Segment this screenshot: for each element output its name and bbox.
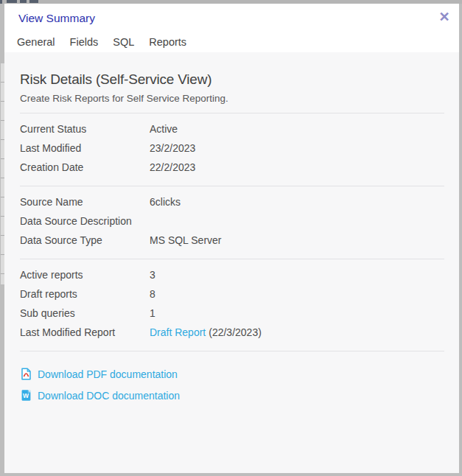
doc-file-icon: W <box>20 389 32 402</box>
download-pdf-label: Download PDF documentation <box>38 368 178 380</box>
download-doc-label: Download DOC documentation <box>38 390 180 402</box>
view-summary-dialog: View Summary ✕ General Fields SQL Report… <box>4 4 459 473</box>
row-current-status: Current Status Active <box>20 119 444 139</box>
field-value: 8 <box>150 288 155 300</box>
section-status: Current Status Active Last Modified 23/2… <box>20 119 444 177</box>
divider <box>20 259 444 259</box>
field-value: 3 <box>150 269 155 281</box>
close-icon[interactable]: ✕ <box>435 8 453 26</box>
pdf-file-icon <box>20 368 32 380</box>
download-pdf-row: Download PDF documentation <box>20 363 444 385</box>
field-label: Sub queries <box>20 307 150 319</box>
dialog-title: View Summary <box>18 12 95 24</box>
field-label: Current Status <box>20 123 150 135</box>
row-active-reports: Active reports 3 <box>20 265 444 284</box>
row-data-source-description: Data Source Description <box>20 211 444 231</box>
svg-text:W: W <box>23 392 29 399</box>
field-value: MS SQL Server <box>150 234 222 246</box>
view-heading: Risk Details (Self-Service View) <box>20 71 444 88</box>
download-doc-link[interactable]: W Download DOC documentation <box>20 389 180 402</box>
download-pdf-link[interactable]: Download PDF documentation <box>20 368 178 380</box>
view-subheading: Create Risk Reports for Self Service Rep… <box>20 93 444 104</box>
row-data-source-type: Data Source Type MS SQL Server <box>20 231 444 250</box>
field-label: Data Source Description <box>20 215 150 227</box>
row-source-name: Source Name 6clicks <box>20 192 444 211</box>
field-label: Source Name <box>20 196 150 208</box>
field-value: Active <box>150 123 178 135</box>
section-source: Source Name 6clicks Data Source Descript… <box>20 192 444 250</box>
divider <box>20 186 444 186</box>
divider <box>20 351 444 351</box>
field-value: 1 <box>150 307 155 319</box>
row-sub-queries: Sub queries 1 <box>20 304 444 323</box>
row-creation-date: Creation Date 22/2/2023 <box>20 158 444 177</box>
field-value: 23/2/2023 <box>150 142 195 154</box>
section-reports: Active reports 3 Draft reports 8 Sub que… <box>20 265 444 342</box>
downloads-section: Download PDF documentation W <box>20 363 444 406</box>
download-doc-row: W Download DOC documentation <box>20 385 444 406</box>
field-label: Last Modified <box>20 142 150 154</box>
field-value: Draft Report(22/3/2023) <box>150 326 262 338</box>
row-draft-reports: Draft reports 8 <box>20 284 444 304</box>
field-value: 6clicks <box>150 196 181 208</box>
field-value: 22/2/2023 <box>150 161 195 173</box>
field-label: Creation Date <box>20 161 150 173</box>
field-label: Draft reports <box>20 288 150 300</box>
dialog-header: View Summary ✕ <box>4 4 459 25</box>
draft-report-link[interactable]: Draft Report <box>150 326 206 338</box>
row-last-modified-report: Last Modified Report Draft Report(22/3/2… <box>20 323 444 342</box>
divider <box>20 113 444 113</box>
dialog-body: Risk Details (Self-Service View) Create … <box>4 52 459 473</box>
screenshot-frame: View Summary ✕ General Fields SQL Report… <box>0 0 462 476</box>
row-last-modified: Last Modified 23/2/2023 <box>20 139 444 158</box>
field-label: Data Source Type <box>20 234 150 246</box>
field-label: Active reports <box>20 269 150 281</box>
field-label: Last Modified Report <box>20 326 150 338</box>
report-date-suffix: (22/3/2023) <box>209 326 262 338</box>
